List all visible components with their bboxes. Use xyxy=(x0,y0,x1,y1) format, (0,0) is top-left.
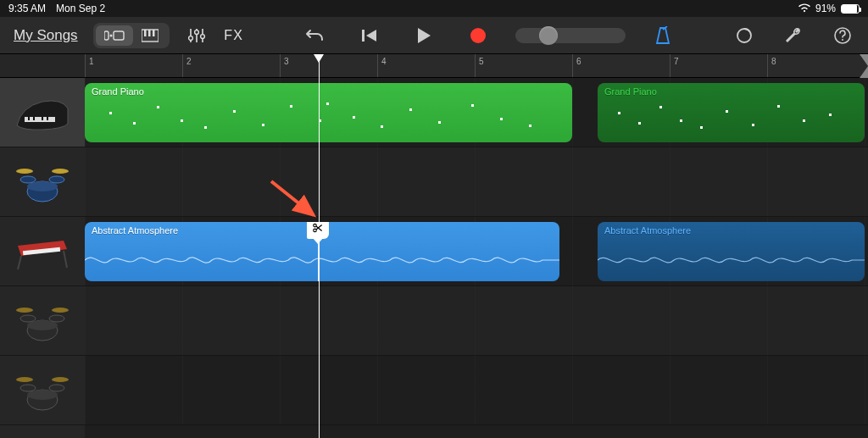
view-tracks-button[interactable] xyxy=(96,25,133,46)
region-label: Grand Piano xyxy=(598,83,865,100)
fx-button[interactable]: FX xyxy=(219,22,249,49)
ruler[interactable]: 1 2 3 4 5 6 7 8 xyxy=(85,54,868,78)
status-bar: 9:35 AM Mon Sep 2 91% xyxy=(0,0,868,17)
svg-point-29 xyxy=(49,315,64,322)
workspace: 1 2 3 4 5 6 7 8 Grand Piano Grand Piano xyxy=(0,54,868,438)
region-label: Grand Piano xyxy=(85,83,572,100)
svg-rect-15 xyxy=(28,117,30,120)
svg-point-30 xyxy=(16,308,33,313)
my-songs-button[interactable]: My Songs xyxy=(10,22,81,49)
metronome-icon xyxy=(654,26,671,45)
midi-notes xyxy=(603,98,860,137)
svg-line-40 xyxy=(271,181,314,215)
loop-browser-button[interactable] xyxy=(729,22,760,49)
drums-instrument-icon xyxy=(13,297,72,344)
view-editor-button[interactable] xyxy=(133,25,167,46)
metronome-button[interactable] xyxy=(648,22,678,49)
svg-point-13 xyxy=(842,39,843,41)
bar-marker: 7 xyxy=(670,54,679,77)
track-header-2[interactable] xyxy=(0,147,85,217)
piano-icon xyxy=(142,29,159,42)
audio-region[interactable]: Abstract Atmosphere xyxy=(85,222,559,281)
mixer-button[interactable] xyxy=(181,22,212,49)
midi-region[interactable]: Grand Piano xyxy=(598,83,865,142)
timeline[interactable]: 1 2 3 4 5 6 7 8 Grand Piano Grand Piano xyxy=(85,54,868,438)
waveform xyxy=(598,247,865,273)
track-lane-3[interactable]: Abstract Atmosphere Abstract Atmosphere xyxy=(85,217,868,286)
track-lane-1[interactable]: Grand Piano Grand Piano xyxy=(85,78,868,147)
wrench-icon xyxy=(784,26,803,45)
play-icon xyxy=(415,26,432,45)
battery-percent: 91% xyxy=(815,3,836,14)
svg-rect-17 xyxy=(42,117,43,120)
play-button[interactable] xyxy=(409,22,439,49)
svg-point-8 xyxy=(194,30,198,34)
bar-marker: 6 xyxy=(572,54,581,77)
section-end-marker[interactable] xyxy=(860,54,868,78)
audio-region[interactable]: Abstract Atmosphere xyxy=(598,222,865,281)
svg-point-1 xyxy=(109,34,112,36)
svg-point-23 xyxy=(16,169,33,174)
undo-button[interactable] xyxy=(300,22,331,49)
track-lane-4[interactable] xyxy=(85,286,868,356)
status-time: 9:35 AM xyxy=(8,3,46,14)
track-header-4[interactable] xyxy=(0,286,85,356)
svg-rect-0 xyxy=(104,31,108,40)
volume-knob[interactable] xyxy=(539,26,558,45)
midi-region[interactable]: Grand Piano xyxy=(85,83,572,142)
drums-instrument-icon xyxy=(13,158,72,205)
track-header-1[interactable] xyxy=(0,78,85,147)
drums-instrument-icon xyxy=(13,367,72,413)
svg-rect-5 xyxy=(148,30,151,36)
bar-marker: 4 xyxy=(377,54,387,77)
svg-point-24 xyxy=(52,169,69,174)
bar-marker: 8 xyxy=(767,54,776,77)
svg-rect-18 xyxy=(47,117,48,120)
battery-icon xyxy=(841,4,860,14)
record-button[interactable] xyxy=(463,22,493,49)
status-date: Mon Sep 2 xyxy=(56,3,105,14)
bar-marker: 1 xyxy=(85,54,94,77)
svg-rect-4 xyxy=(144,30,147,36)
help-icon xyxy=(833,26,852,45)
rewind-icon xyxy=(361,28,378,43)
svg-point-21 xyxy=(20,176,36,183)
midi-notes xyxy=(90,98,567,137)
view-switcher xyxy=(93,23,170,48)
svg-point-36 xyxy=(16,377,33,382)
bar-marker: 3 xyxy=(280,54,289,77)
track-lane-2[interactable] xyxy=(85,147,868,217)
svg-rect-2 xyxy=(114,31,124,40)
svg-point-34 xyxy=(20,385,36,391)
transport-controls xyxy=(300,22,493,49)
record-icon xyxy=(470,28,486,43)
loop-icon xyxy=(735,26,754,45)
playhead[interactable] xyxy=(319,54,320,438)
track-header-5[interactable] xyxy=(0,356,85,425)
track-lane-5[interactable] xyxy=(85,356,868,425)
svg-rect-6 xyxy=(153,30,155,36)
bar-marker: 5 xyxy=(475,54,484,77)
toolbar: My Songs FX xyxy=(0,17,868,54)
undo-icon xyxy=(305,27,326,44)
sliders-icon xyxy=(187,28,206,43)
svg-rect-10 xyxy=(362,30,364,42)
waveform xyxy=(85,247,559,273)
annotation-arrow xyxy=(267,177,326,224)
track-headers xyxy=(0,54,85,438)
track-header-3[interactable] xyxy=(0,217,85,286)
bar-marker: 2 xyxy=(182,54,192,77)
svg-point-22 xyxy=(49,176,64,183)
piano-instrument-icon xyxy=(13,89,72,136)
split-marker[interactable] xyxy=(307,222,329,239)
svg-point-37 xyxy=(52,377,69,382)
region-label: Abstract Atmosphere xyxy=(598,222,865,239)
help-button[interactable] xyxy=(827,22,858,49)
svg-point-35 xyxy=(49,385,64,391)
svg-rect-16 xyxy=(33,117,35,120)
tracks-view-icon xyxy=(104,29,125,42)
rewind-button[interactable] xyxy=(354,22,385,49)
svg-point-28 xyxy=(20,315,36,322)
settings-button[interactable] xyxy=(778,22,809,49)
master-volume-slider[interactable] xyxy=(515,28,626,43)
